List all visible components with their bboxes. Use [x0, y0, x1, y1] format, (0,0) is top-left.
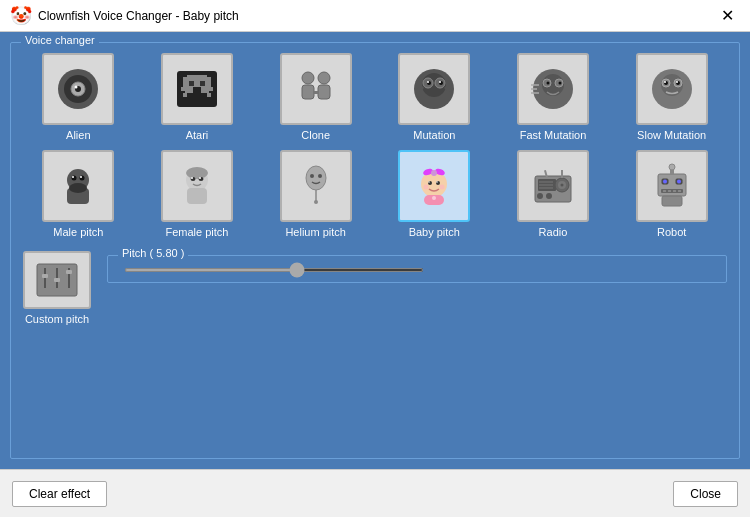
voice-item-helium-pitch[interactable]: Helium pitch [260, 150, 371, 239]
voice-label-radio: Radio [539, 226, 568, 239]
svg-rect-12 [185, 87, 193, 93]
svg-point-53 [72, 176, 77, 181]
svg-point-52 [69, 183, 87, 193]
svg-point-4 [75, 86, 78, 89]
svg-point-54 [80, 176, 85, 181]
voice-icon-box-helium-pitch [280, 150, 352, 222]
svg-point-38 [558, 82, 561, 85]
voice-label-slow-mutation: Slow Mutation [637, 129, 706, 142]
svg-rect-15 [207, 93, 211, 97]
svg-point-64 [306, 166, 326, 190]
svg-rect-11 [209, 87, 213, 91]
voice-icon-box-male-pitch [42, 150, 114, 222]
svg-point-48 [664, 81, 666, 83]
voice-label-fast-mutation: Fast Mutation [520, 129, 587, 142]
svg-rect-8 [187, 75, 207, 79]
voice-label-female-pitch: Female pitch [166, 226, 229, 239]
voice-item-atari[interactable]: Atari [142, 53, 253, 142]
voice-icon-box-custom-pitch [23, 251, 91, 309]
svg-rect-102 [668, 190, 671, 192]
group-box-legend: Voice changer [21, 34, 99, 46]
voice-item-radio[interactable]: Radio [498, 150, 609, 239]
svg-point-96 [663, 180, 667, 184]
voice-label-atari: Atari [186, 129, 209, 142]
voice-item-custom-pitch[interactable]: Custom pitch [23, 251, 91, 326]
voice-icon-box-clone [280, 53, 352, 125]
svg-point-55 [72, 176, 74, 178]
voice-label-custom-pitch: Custom pitch [25, 313, 89, 326]
voice-label-male-pitch: Male pitch [53, 226, 103, 239]
svg-point-49 [676, 81, 678, 83]
voice-item-female-pitch[interactable]: Female pitch [142, 150, 253, 239]
voice-icon-box-fast-mutation [517, 53, 589, 125]
voice-icon-box-alien [42, 53, 114, 125]
voice-icon-box-slow-mutation [636, 53, 708, 125]
svg-point-72 [431, 170, 437, 176]
voice-icon-box-female-pitch [161, 150, 233, 222]
voice-label-robot: Robot [657, 226, 686, 239]
clear-effect-button[interactable]: Clear effect [12, 481, 107, 507]
svg-point-89 [546, 193, 552, 199]
custom-pitch-row: Custom pitch Pitch ( 5.80 ) [23, 251, 727, 326]
voice-item-male-pitch[interactable]: Male pitch [23, 150, 134, 239]
svg-point-77 [424, 185, 429, 190]
svg-rect-9 [183, 79, 211, 87]
voice-label-clone: Clone [301, 129, 330, 142]
voice-item-fast-mutation[interactable]: Fast Mutation [498, 53, 609, 142]
svg-rect-101 [663, 190, 666, 192]
close-button[interactable]: Close [673, 481, 738, 507]
voice-icons-grid: Alien [23, 53, 727, 239]
title-bar-left: 🤡 Clownfish Voice Changer - Baby pitch [10, 5, 239, 27]
voice-item-mutation[interactable]: Mutation [379, 53, 490, 142]
title-bar: 🤡 Clownfish Voice Changer - Baby pitch ✕ [0, 0, 750, 32]
svg-point-29 [427, 81, 429, 83]
main-area: Voice changer Alien [0, 32, 750, 469]
svg-point-59 [186, 167, 208, 179]
voice-item-alien[interactable]: Alien [23, 53, 134, 142]
voice-item-robot[interactable]: Robot [616, 150, 727, 239]
svg-rect-10 [181, 87, 185, 91]
svg-point-75 [429, 181, 431, 183]
svg-rect-110 [54, 278, 60, 282]
svg-point-68 [318, 174, 322, 178]
svg-point-80 [432, 196, 436, 200]
voice-icon-box-atari [161, 53, 233, 125]
svg-rect-108 [42, 274, 48, 278]
svg-point-66 [314, 200, 318, 204]
voice-label-baby-pitch: Baby pitch [409, 226, 460, 239]
close-window-button[interactable]: ✕ [715, 6, 740, 26]
voice-item-clone[interactable]: Clone [260, 53, 371, 142]
voice-label-alien: Alien [66, 129, 90, 142]
svg-point-76 [437, 181, 439, 183]
svg-point-63 [199, 177, 201, 179]
svg-point-78 [440, 185, 445, 190]
svg-rect-19 [302, 85, 314, 99]
app-icon: 🤡 [10, 5, 32, 27]
pitch-group-legend: Pitch ( 5.80 ) [118, 247, 188, 259]
svg-point-56 [80, 176, 82, 178]
svg-rect-22 [313, 91, 319, 94]
voice-label-mutation: Mutation [413, 129, 455, 142]
voice-item-baby-pitch[interactable]: Baby pitch [379, 150, 490, 239]
svg-rect-21 [318, 85, 330, 99]
voice-item-slow-mutation[interactable]: Slow Mutation [616, 53, 727, 142]
slider-container [124, 268, 710, 272]
svg-point-85 [560, 184, 563, 187]
voice-changer-group: Voice changer Alien [10, 42, 740, 459]
svg-point-88 [537, 193, 543, 199]
svg-rect-16 [189, 81, 194, 86]
svg-rect-13 [201, 87, 209, 93]
pitch-slider[interactable] [124, 268, 424, 272]
svg-rect-14 [183, 93, 187, 97]
svg-rect-105 [662, 196, 682, 206]
voice-icon-box-mutation [398, 53, 470, 125]
voice-icon-box-baby-pitch [398, 150, 470, 222]
svg-rect-86 [561, 170, 563, 178]
voice-label-helium-pitch: Helium pitch [285, 226, 346, 239]
pitch-group: Pitch ( 5.80 ) [107, 255, 727, 283]
svg-rect-112 [66, 270, 72, 274]
svg-rect-58 [187, 188, 207, 204]
voice-icon-box-radio [517, 150, 589, 222]
svg-point-97 [677, 180, 681, 184]
svg-point-62 [191, 177, 193, 179]
